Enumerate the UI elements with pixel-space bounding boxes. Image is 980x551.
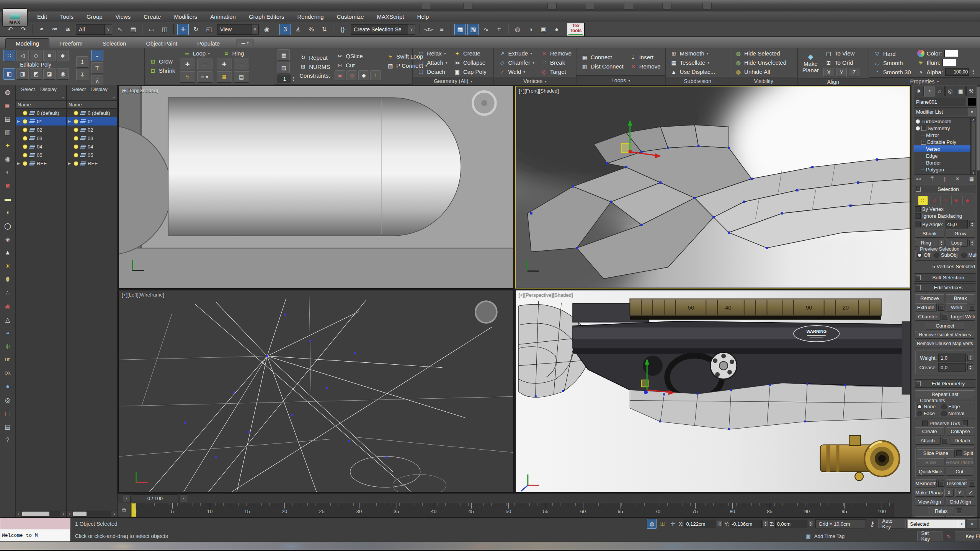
video-post-icon[interactable]: ◙	[2, 180, 13, 191]
smooth-30-button[interactable]: ◔Smooth 30	[872, 68, 913, 76]
layer-visibility-bulb-icon[interactable]	[23, 136, 28, 141]
reset-plane-button[interactable]: Reset Plane	[946, 458, 973, 466]
viewport-perspective-label[interactable]: [+][Perspective][Shaded]	[519, 292, 573, 298]
display-tab[interactable]: ▣	[956, 86, 965, 96]
ring-button[interactable]: ≡Ring	[221, 49, 246, 57]
layer-row-04[interactable]: 04	[16, 142, 66, 151]
motion-blur-icon[interactable]: ◐	[2, 167, 13, 178]
chamfer-settings-button[interactable]	[942, 314, 948, 320]
view-align-button[interactable]: View Align	[915, 498, 944, 506]
isolate-selection-toggle-icon[interactable]: ◍	[647, 519, 657, 529]
dome-light-icon[interactable]: ◖	[2, 207, 13, 218]
spinner-arrows-icon[interactable]: ▲▼	[969, 240, 975, 246]
viewport-top[interactable]: [+][Top][Shaded]	[118, 86, 514, 289]
menu-tools[interactable]: Tools	[54, 11, 80, 22]
constraint-normal-radio[interactable]	[941, 411, 947, 416]
foliage-icon[interactable]: ψ	[2, 341, 13, 352]
chevron-more-icon[interactable]: »	[113, 95, 115, 99]
layer-visibility-bulb-icon[interactable]	[23, 111, 28, 116]
align-icon[interactable]: ≡	[436, 24, 448, 35]
menu-maxscript[interactable]: MAXScript	[371, 11, 411, 22]
split-checkbox[interactable]	[956, 450, 962, 456]
scroll-left-icon[interactable]: ‹	[16, 511, 21, 517]
element-subobject-button[interactable]: ◆	[962, 196, 972, 205]
grow-button[interactable]: ⊞Grow	[148, 57, 177, 65]
dist-connect-button[interactable]: ▥Dist Connect	[580, 62, 625, 70]
attach-button[interactable]: Attach	[915, 437, 941, 445]
tessellate-settings-button[interactable]	[969, 481, 975, 487]
connect-button[interactable]: Connect	[926, 322, 964, 330]
grid-align-button[interactable]: Grid Align	[946, 498, 975, 506]
render-setup-icon[interactable]: ◑	[525, 24, 536, 35]
reference-coordinate-dropdown[interactable]: View∨	[217, 24, 259, 35]
rendered-frame-window-icon[interactable]: ▣	[538, 24, 549, 35]
select-by-name-icon[interactable]: ▤	[127, 24, 139, 35]
msmooth-settings-button[interactable]	[938, 481, 944, 487]
set-key-button[interactable]: Set Key	[917, 531, 943, 541]
iteration-field[interactable]: 1	[278, 75, 291, 83]
properties-group-label[interactable]: Properties▾	[869, 77, 980, 85]
weld-button[interactable]: Weld	[946, 303, 968, 311]
subdivision-group-label[interactable]: Subdivision	[666, 77, 730, 85]
shrink-button[interactable]: Shrink	[915, 230, 944, 238]
edge-subobject-button[interactable]: ◁	[929, 196, 939, 205]
constraint-normal-button[interactable]: ⊥	[370, 70, 381, 80]
remove-modifier-icon[interactable]: ✕	[956, 176, 960, 182]
explorer-display-menu[interactable]: Display	[40, 86, 57, 100]
layer-visibility-bulb-icon[interactable]	[74, 161, 78, 166]
menu-help[interactable]: Help	[410, 11, 435, 22]
viewport-front[interactable]: [+][Front][Shaded]	[515, 86, 911, 289]
explorer-select-menu[interactable]: Select	[72, 86, 86, 100]
select-and-move-icon[interactable]: ✛	[177, 24, 189, 35]
ground-plane-icon[interactable]: ⬮	[2, 274, 13, 285]
hard-edges-button[interactable]: ▽Hard	[872, 50, 913, 58]
viewport-left[interactable]: [+][Left][Wireframe]	[118, 290, 514, 493]
object-color-swatch[interactable]	[968, 98, 976, 106]
timeline-next-icon[interactable]: ›	[180, 494, 187, 502]
loop-button[interactable]: Loop	[946, 239, 968, 247]
viewport-left-label[interactable]: [+][Left][Wireframe]	[122, 292, 164, 298]
slice-plane-button[interactable]: Slice Plane	[917, 449, 955, 457]
ring-button[interactable]: Ring	[915, 239, 937, 247]
render-teapot-icon[interactable]: ◍	[2, 86, 13, 97]
align-z-button[interactable]: Z	[849, 68, 859, 77]
constraint-none-button[interactable]: ▣	[335, 70, 345, 80]
extrude-button[interactable]: Extrude	[915, 303, 937, 311]
modifier-preset-1-button[interactable]: ◧	[3, 68, 15, 80]
planar-x-button[interactable]: X	[944, 489, 954, 497]
remove-loop-button[interactable]: ✕Remove	[628, 62, 662, 70]
notes-icon[interactable]: ▤	[2, 421, 13, 432]
alpha-field[interactable]: 100,00	[945, 68, 969, 76]
loops-group-label[interactable]: Loops▾	[577, 75, 665, 85]
terrain-icon[interactable]: ▲	[2, 247, 13, 258]
expand-arrow-icon[interactable]: ▶	[17, 161, 21, 165]
key-filters-button[interactable]: Key Filters...	[955, 531, 980, 541]
stack-item-edge[interactable]: ┈┈Edge	[914, 152, 976, 159]
mirror-icon[interactable]: ◅▻	[423, 24, 434, 35]
visibility-group-label[interactable]: Visibility	[730, 77, 797, 85]
collapse-icon[interactable]: −	[921, 126, 926, 131]
msmooth-button[interactable]: MSmooth	[915, 479, 937, 487]
layer-row-02[interactable]: 02	[16, 126, 66, 134]
remove-unused-map-verts-button[interactable]: Remove Unused Map Verts	[915, 340, 975, 347]
border-subobject-button[interactable]: ◇	[940, 196, 950, 205]
constraint-edge-radio[interactable]	[941, 404, 947, 409]
stack-item-border[interactable]: ┈┈Border	[914, 159, 976, 166]
create-button[interactable]: ✦Create	[452, 49, 488, 57]
repeat-button[interactable]: ↻Repeat	[298, 54, 332, 62]
layer-row-0-default-[interactable]: 0 (default)	[67, 109, 117, 117]
chamfer-button[interactable]: Chamfer	[915, 313, 941, 321]
stack-item-editable-poly[interactable]: −Editable Poly	[914, 139, 976, 145]
extrude-button[interactable]: ↗Extrude▾	[497, 49, 536, 57]
layer-row-03[interactable]: 03	[67, 134, 117, 142]
nurms-button[interactable]: ⊞NURMS	[298, 63, 332, 71]
break-button[interactable]: Break	[946, 294, 975, 302]
collapse-icon[interactable]: −	[921, 140, 926, 145]
spinner-arrows-icon[interactable]: ▲▼	[967, 364, 973, 370]
shrink-button[interactable]: ⊟Shrink	[148, 67, 177, 75]
modifier-preset-3-button[interactable]: ◩	[30, 68, 42, 80]
modifier-preset-5-button[interactable]: ◉	[57, 68, 69, 80]
connect-button[interactable]: ▦Connect	[580, 53, 625, 61]
explorer-display-menu[interactable]: Display	[91, 86, 108, 100]
quick-access-icon[interactable]	[702, 3, 712, 10]
